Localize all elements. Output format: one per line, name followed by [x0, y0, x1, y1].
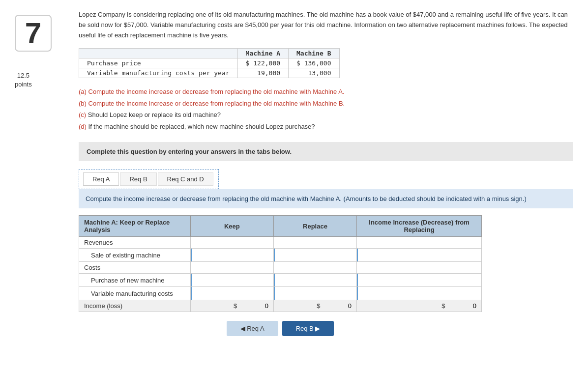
replace-total-cell: $: [273, 300, 356, 312]
replace-sale-input-cell: [273, 249, 356, 262]
row-sale-existing: Sale of existing machine: [79, 249, 191, 262]
keep-purchase-input-cell: [190, 274, 273, 287]
replace-variable-input[interactable]: [274, 287, 356, 300]
income-variable-input-cell: [357, 287, 482, 300]
income-sale-input[interactable]: [357, 249, 481, 261]
prev-button[interactable]: ◀ Req A: [227, 321, 278, 336]
tab-req-c-d[interactable]: Req C and D: [158, 172, 213, 186]
replace-variable-input-cell: [273, 287, 356, 300]
table-header-title: Machine A: Keep or Replace Analysis: [79, 216, 191, 237]
section-costs: Costs: [79, 262, 191, 274]
row-purchase-new: Purchase of new machine: [79, 274, 191, 287]
problem-text: Lopez Company is considering replacing o…: [79, 10, 573, 40]
instruction-box: Complete this question by entering your …: [79, 142, 573, 161]
replace-purchase-input[interactable]: [274, 274, 356, 286]
keep-variable-input[interactable]: [191, 287, 273, 300]
keep-sale-input-cell: [190, 249, 273, 262]
question-label-d: (d): [79, 123, 87, 130]
income-variable-input[interactable]: [357, 287, 481, 300]
replace-total-input[interactable]: [322, 302, 352, 310]
income-total-input[interactable]: [447, 302, 476, 310]
question-number: 7: [15, 15, 52, 52]
income-purchase-input[interactable]: [357, 274, 481, 286]
question-label-c: (c): [79, 111, 86, 118]
keep-sale-input[interactable]: [191, 249, 273, 261]
keep-total-cell: $: [190, 300, 273, 312]
nav-buttons: ◀ Req A Req B ▶: [79, 321, 482, 336]
keep-variable-input-cell: [190, 287, 273, 300]
question-label-b: (b): [79, 100, 87, 107]
income-total-cell: $: [357, 300, 482, 312]
table-row: Purchase price: [79, 58, 238, 68]
table-header-income: Income Increase (Decrease) from Replacin…: [357, 216, 482, 237]
req-description: Compute the income increase or decrease …: [79, 189, 573, 209]
income-sale-input-cell: [357, 249, 482, 262]
left-column: 7 12.5 points: [15, 10, 69, 336]
next-button[interactable]: Req B ▶: [282, 321, 334, 336]
table-header-keep: Keep: [190, 216, 273, 237]
tab-req-a[interactable]: Req A: [83, 172, 119, 186]
replace-purchase-input-cell: [273, 274, 356, 287]
data-table: Machine A Machine B Purchase price $ 122…: [79, 48, 340, 78]
row-variable-mfg: Variable manufacturing costs: [79, 287, 191, 300]
analysis-table: Machine A: Keep or Replace Analysis Keep…: [79, 215, 482, 312]
total-label: Income (loss): [79, 300, 191, 312]
replace-sale-input[interactable]: [274, 249, 356, 261]
question-label-a: (a): [79, 88, 87, 95]
keep-purchase-input[interactable]: [191, 274, 273, 286]
tab-req-b[interactable]: Req B: [120, 172, 156, 186]
keep-total-input[interactable]: [239, 302, 268, 310]
right-column: Lopez Company is considering replacing o…: [69, 10, 573, 336]
tabs-container: Req A Req B Req C and D: [79, 169, 219, 189]
table-header-replace: Replace: [273, 216, 356, 237]
income-purchase-input-cell: [357, 274, 482, 287]
table-row: Variable manufacturing costs per year: [79, 68, 238, 78]
section-revenues: Revenues: [79, 237, 191, 249]
questions-list: (a) Compute the income increase or decre…: [79, 86, 573, 132]
points: 12.5 points: [15, 71, 32, 89]
